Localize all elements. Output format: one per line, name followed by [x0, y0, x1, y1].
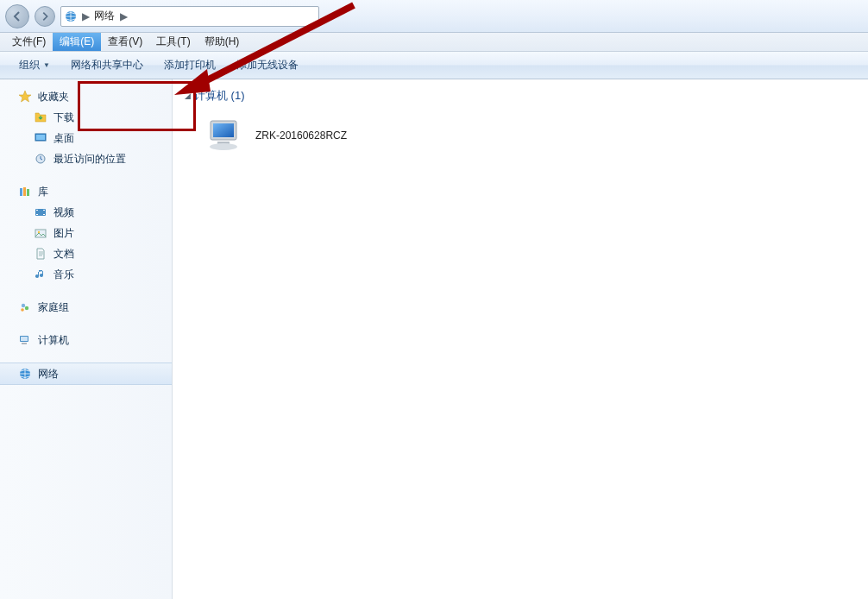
svg-point-15 [25, 306, 28, 310]
svg-rect-2 [36, 135, 45, 140]
network-icon [17, 366, 33, 381]
computer-item[interactable]: ZRK-20160628RCZ [200, 114, 856, 157]
pictures-icon [33, 225, 48, 241]
libraries-header[interactable]: 库 [0, 181, 172, 202]
desktop-icon [33, 130, 48, 146]
add-printer-label: 添加打印机 [164, 58, 216, 73]
content-pane: ◢ 计算机 (1) ZRK-20160628RCZ [173, 79, 868, 599]
network-sharing-center-button[interactable]: 网络和共享中心 [60, 53, 154, 78]
menu-edit[interactable]: 编辑(E) [53, 33, 101, 51]
network-label: 网络 [38, 367, 59, 381]
sidebar-item-label: 音乐 [53, 268, 74, 282]
arrow-left-icon [11, 10, 23, 22]
computer-icon [17, 332, 33, 348]
computer-header[interactable]: 计算机 [0, 330, 172, 350]
network-center-label: 网络和共享中心 [71, 58, 143, 73]
svg-rect-6 [27, 189, 29, 196]
menu-bar: 文件(F) 编辑(E) 查看(V) 工具(T) 帮助(H) [0, 33, 868, 52]
breadcrumb-location[interactable]: 网络 [91, 9, 118, 23]
section-header-computers[interactable]: ◢ 计算机 (1) [185, 88, 856, 104]
sidebar-item-label: 文档 [53, 247, 74, 262]
network-header[interactable]: 网络 [0, 363, 172, 385]
favorites-header[interactable]: 收藏夹 [0, 86, 172, 107]
network-group: 网络 [0, 363, 172, 385]
music-icon [33, 267, 48, 282]
svg-point-14 [22, 304, 25, 307]
address-bar[interactable]: ▶ 网络 ▶ [60, 6, 319, 27]
sidebar-item-documents[interactable]: 文档 [0, 243, 172, 264]
recent-icon [33, 151, 48, 167]
arrow-right-icon [40, 11, 50, 22]
sidebar-item-music[interactable]: 音乐 [0, 264, 172, 285]
toolbar: 组织 ▼ 网络和共享中心 添加打印机 添加无线设备 [0, 52, 868, 79]
sidebar-item-pictures[interactable]: 图片 [0, 223, 172, 243]
navigation-pane: 收藏夹 下载 桌面 最近访问的位置 [0, 79, 173, 599]
svg-rect-10 [43, 210, 45, 211]
chevron-down-icon: ▼ [43, 61, 50, 69]
sidebar-item-label: 桌面 [53, 131, 74, 146]
svg-rect-23 [213, 123, 234, 137]
sidebar-item-recent[interactable]: 最近访问的位置 [0, 148, 172, 169]
svg-point-25 [210, 143, 237, 150]
add-wireless-label: 添加无线设备 [236, 58, 299, 73]
organize-button[interactable]: 组织 ▼ [9, 53, 60, 78]
computer-label: 计算机 [38, 333, 69, 348]
sidebar-item-label: 下载 [53, 110, 74, 125]
sidebar-item-label: 图片 [53, 226, 74, 241]
navigation-bar: ▶ 网络 ▶ [0, 0, 868, 33]
documents-icon [33, 246, 48, 262]
computer-item-label: ZRK-20160628RCZ [255, 129, 347, 142]
svg-rect-18 [21, 337, 28, 341]
add-printer-button[interactable]: 添加打印机 [154, 53, 226, 78]
sidebar-item-label: 视频 [53, 205, 74, 220]
homegroup-icon [17, 300, 33, 315]
homegroup-header[interactable]: 家庭组 [0, 297, 172, 318]
computer-group: 计算机 [0, 330, 172, 350]
homegroup-group: 家庭组 [0, 297, 172, 318]
menu-file[interactable]: 文件(F) [5, 33, 53, 51]
computer-icon [205, 117, 245, 154]
organize-label: 组织 [19, 58, 40, 73]
libraries-icon [17, 184, 33, 199]
menu-tools[interactable]: 工具(T) [149, 33, 197, 51]
add-wireless-device-button[interactable]: 添加无线设备 [226, 53, 309, 78]
download-icon [33, 110, 48, 125]
svg-point-16 [21, 308, 24, 312]
sidebar-item-desktop[interactable]: 桌面 [0, 128, 172, 148]
menu-view[interactable]: 查看(V) [101, 33, 149, 51]
favorites-group: 收藏夹 下载 桌面 最近访问的位置 [0, 86, 172, 169]
libraries-label: 库 [38, 185, 48, 199]
svg-rect-9 [36, 214, 38, 215]
svg-rect-12 [35, 230, 46, 237]
svg-rect-19 [22, 343, 27, 344]
back-button[interactable] [5, 4, 29, 28]
homegroup-label: 家庭组 [38, 300, 69, 315]
explorer-body: 收藏夹 下载 桌面 最近访问的位置 [0, 79, 868, 599]
sidebar-item-videos[interactable]: 视频 [0, 202, 172, 223]
star-icon [17, 89, 33, 104]
forward-button[interactable] [35, 6, 55, 27]
menu-help[interactable]: 帮助(H) [198, 33, 247, 51]
favorites-label: 收藏夹 [38, 90, 69, 104]
breadcrumb-separator: ▶ [118, 10, 129, 22]
collapse-triangle-icon: ◢ [185, 91, 191, 100]
sidebar-item-downloads[interactable]: 下载 [0, 107, 172, 128]
network-icon [63, 9, 79, 24]
svg-rect-11 [43, 214, 45, 215]
breadcrumb-separator: ▶ [80, 10, 91, 22]
sidebar-item-label: 最近访问的位置 [53, 152, 126, 167]
video-icon [33, 205, 48, 220]
svg-rect-4 [20, 188, 22, 196]
libraries-group: 库 视频 图片 文档 [0, 181, 172, 285]
svg-rect-8 [36, 210, 38, 211]
svg-rect-5 [23, 187, 26, 196]
section-label: 计算机 (1) [194, 88, 245, 104]
